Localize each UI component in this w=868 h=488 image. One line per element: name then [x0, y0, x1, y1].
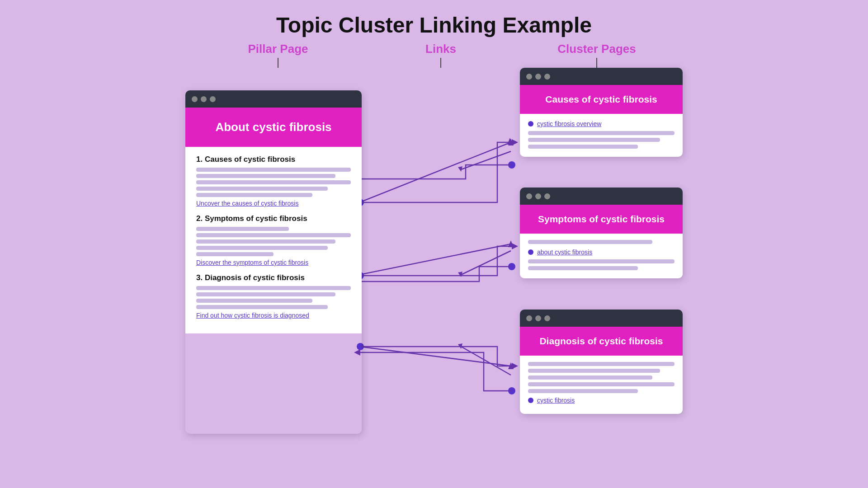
svg-line-0 — [359, 142, 511, 202]
line — [528, 145, 638, 149]
line — [196, 180, 351, 184]
pillar-section-1-link[interactable]: Uncover the causes of cystic fibrosis — [196, 200, 351, 207]
cluster1-header: Causes of cystic fibrosis — [520, 85, 683, 114]
dot1 — [192, 96, 198, 102]
dot2 — [535, 74, 541, 80]
pillar-window: About cystic fibrosis 1. Causes of cysti… — [185, 90, 362, 434]
cluster1-body: cystic fibrosis overview — [520, 114, 683, 157]
line — [196, 299, 312, 303]
cluster2-link[interactable]: about cystic fibrosis — [537, 249, 592, 256]
dot1 — [526, 193, 532, 199]
line — [196, 187, 328, 191]
dot3 — [544, 315, 550, 321]
cluster1-titlebar — [520, 68, 683, 85]
dot3 — [544, 193, 550, 199]
line — [196, 305, 328, 309]
svg-marker-6 — [508, 240, 514, 247]
cluster3-lines-top — [528, 362, 675, 393]
col-label-cluster: Cluster Pages — [557, 42, 636, 56]
line — [528, 259, 675, 263]
pillar-section-3-heading: 3. Diagnosis of cystic fibrosis — [196, 273, 351, 282]
dot2 — [535, 315, 541, 321]
svg-marker-4 — [458, 166, 462, 172]
cluster2-lines — [528, 259, 675, 270]
pillar-section-2-lines — [196, 227, 351, 256]
svg-point-15 — [508, 161, 515, 169]
line — [196, 168, 351, 172]
cluster3-link-row: cystic fibrosis — [528, 397, 675, 404]
svg-marker-14 — [512, 139, 518, 145]
page-title: Topic Cluster Linking Example — [276, 13, 592, 38]
pillar-header: About cystic fibrosis — [185, 108, 362, 147]
line — [528, 266, 638, 270]
pillar-section-3-link[interactable]: Find out how cystic fibrosis is diagnose… — [196, 312, 351, 319]
cluster3-dot — [528, 398, 533, 403]
pillar-section-1: 1. Causes of cystic fibrosis Uncover the… — [196, 155, 351, 207]
svg-line-7 — [461, 251, 511, 275]
cluster3-titlebar — [520, 310, 683, 327]
svg-marker-8 — [458, 272, 462, 277]
line — [528, 138, 660, 142]
dot3 — [210, 96, 216, 102]
svg-point-23 — [508, 387, 515, 394]
cluster1-link[interactable]: cystic fibrosis overview — [537, 120, 601, 127]
svg-marker-2 — [508, 139, 514, 145]
dot1 — [526, 74, 532, 80]
line — [528, 240, 652, 244]
col-label-links: Links — [425, 42, 456, 56]
dot1 — [526, 315, 532, 321]
cluster-window-symptoms: Symptoms of cystic fibrosis about cystic… — [520, 188, 683, 278]
line — [196, 246, 328, 250]
svg-line-3 — [461, 151, 511, 169]
line — [528, 362, 675, 366]
cluster1-link-row: cystic fibrosis overview — [528, 120, 675, 127]
pillar-section-2: 2. Symptoms of cystic fibrosis Discover … — [196, 214, 351, 266]
col-label-pillar: Pillar Page — [248, 42, 308, 56]
cluster3-header: Diagnosis of cystic fibrosis — [520, 327, 683, 356]
cluster3-link[interactable]: cystic fibrosis — [537, 397, 575, 404]
line — [196, 252, 274, 256]
line — [196, 292, 335, 296]
cluster1-dot — [528, 121, 533, 127]
line — [528, 389, 638, 393]
svg-marker-10 — [508, 362, 514, 369]
line — [196, 174, 335, 178]
cluster1-lines — [528, 131, 675, 149]
main-container: Topic Cluster Linking Example Pillar Pag… — [0, 0, 868, 488]
pillar-section-1-lines — [196, 168, 351, 197]
cluster1-title: Causes of cystic fibrosis — [525, 94, 677, 105]
diagram-area: About cystic fibrosis 1. Causes of cysti… — [185, 68, 683, 461]
cluster3-body: cystic fibrosis — [520, 356, 683, 414]
cluster2-header: Symptoms of cystic fibrosis — [520, 205, 683, 234]
line — [196, 286, 351, 290]
pillar-section-3: 3. Diagnosis of cystic fibrosis Find out… — [196, 273, 351, 319]
line — [196, 239, 335, 244]
pillar-header-title: About cystic fibrosis — [193, 120, 354, 134]
cluster2-link-row: about cystic fibrosis — [528, 249, 675, 256]
dot2 — [535, 193, 541, 199]
svg-marker-22 — [512, 363, 518, 369]
line — [528, 382, 675, 386]
dot3 — [544, 74, 550, 80]
line — [528, 369, 660, 373]
cluster-window-causes: Causes of cystic fibrosis cystic fibrosi… — [520, 68, 683, 157]
line — [196, 193, 312, 197]
pillar-body: 1. Causes of cystic fibrosis Uncover the… — [185, 147, 362, 333]
cluster2-body: about cystic fibrosis — [520, 234, 683, 278]
line — [196, 227, 289, 231]
cluster2-title: Symptoms of cystic fibrosis — [525, 214, 677, 225]
cluster3-title: Diagnosis of cystic fibrosis — [525, 336, 677, 347]
pillar-section-3-lines — [196, 286, 351, 309]
line — [196, 233, 351, 237]
cluster2-dot — [528, 249, 533, 255]
cluster-window-diagnosis: Diagnosis of cystic fibrosis cystic fibr… — [520, 310, 683, 414]
svg-marker-1 — [507, 138, 513, 145]
pillar-section-2-link[interactable]: Discover the symptoms of cystic fibrosis — [196, 259, 351, 266]
line — [528, 375, 652, 380]
svg-line-5 — [359, 244, 511, 275]
svg-point-19 — [508, 263, 515, 270]
cluster2-titlebar — [520, 188, 683, 205]
pillar-titlebar — [185, 90, 362, 108]
line — [528, 131, 675, 135]
svg-line-9 — [359, 347, 511, 366]
